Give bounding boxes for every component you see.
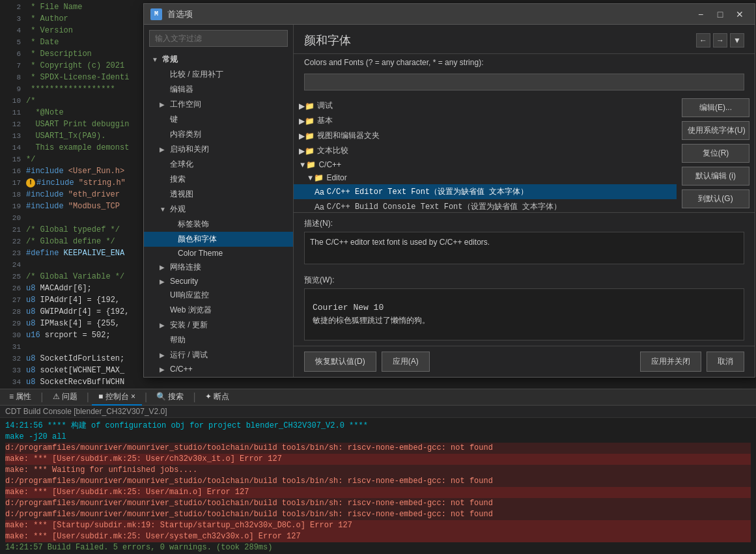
- toolbar-tab-3[interactable]: 🔍 搜索: [150, 389, 190, 406]
- code-line: 34u8 SocketRecvBuf[WCHN: [0, 376, 143, 384]
- maximize-button[interactable]: □: [712, 7, 729, 21]
- toolbar-tab-2[interactable]: ■ 控制台 ×: [92, 389, 142, 406]
- console-line: d:/programfiles/mounriver/mounriver_stud…: [5, 509, 751, 520]
- right-panel: 颜和字体 ← → ▼ Colors and Fonts (? = any cha…: [294, 25, 755, 377]
- line-number: 6: [3, 48, 21, 60]
- tree-item[interactable]: 帮助: [144, 333, 293, 348]
- toolbar-tab-0[interactable]: ≡ 属性: [3, 389, 38, 406]
- right-panel-title: 颜和字体: [304, 33, 351, 48]
- code-line: 6 * Description: [0, 48, 143, 60]
- tree-item-label: 外观: [170, 204, 186, 215]
- tree-item[interactable]: 全球化: [144, 157, 293, 172]
- tree-item-label: 全球化: [170, 159, 193, 170]
- bottom-toolbar: ≡ 属性|⚠ 问题|■ 控制台 ×|🔍 搜索|✦ 断点: [0, 389, 756, 406]
- font-tree-item[interactable]: ▶📁文本比较: [294, 143, 677, 158]
- code-line: 7 * Copyright (c) 2021: [0, 60, 143, 72]
- action-button-1[interactable]: 使用系统字体(U): [682, 121, 749, 140]
- tree-item[interactable]: 内容类别: [144, 127, 293, 142]
- nav-back-button[interactable]: ←: [696, 33, 710, 48]
- code-line: 5 * Date: [0, 36, 143, 48]
- action-button-3[interactable]: 默认编辑 (i): [682, 167, 749, 186]
- description-label: 描述(N):: [304, 218, 744, 229]
- line-number: 18: [3, 189, 21, 201]
- tree-item[interactable]: ▼常规: [144, 52, 293, 67]
- restore-defaults-button[interactable]: 恢复默认值(D): [304, 352, 376, 372]
- font-tree-area: ▶📁调试▶📁基本▶📁视图和编辑器文夹▶📁文本比较▼📁C/C++▼📁EditorA…: [294, 93, 677, 212]
- folder-icon: 📁: [306, 160, 316, 169]
- code-text: u8 GWIPAddr[4] = {192,: [26, 306, 129, 318]
- tree-item[interactable]: Web 浏览器: [144, 303, 293, 318]
- font-tree-item[interactable]: ▼📁Editor: [294, 171, 677, 184]
- console-content[interactable]: 14:21:56 **** 构建 of configuration obj fo…: [0, 418, 756, 554]
- close-button[interactable]: ✕: [731, 7, 748, 21]
- code-line: 27u8 IPAddr[4] = {192,: [0, 294, 143, 306]
- tree-item[interactable]: ▶Security: [144, 275, 293, 288]
- tree-item[interactable]: ▼MCU: [144, 376, 293, 377]
- code-line: 19#include "Modbus_TCP: [0, 201, 143, 212]
- tree-item[interactable]: 比较 / 应用补丁: [144, 67, 293, 82]
- tree-item[interactable]: 透视图: [144, 187, 293, 202]
- code-text: * Copyright (c) 2021: [26, 60, 124, 72]
- font-tree-item[interactable]: AаC/C++ Build Console Text Font（设置为缺省值 文…: [294, 199, 677, 212]
- font-tree-item[interactable]: AаC/C++ Editor Text Font（设置为缺省值 文本字体）: [294, 184, 677, 199]
- nav-menu-button[interactable]: ▼: [730, 33, 744, 48]
- tree-arrow: ▶: [160, 146, 167, 153]
- code-line: 29u8 IPMask[4] = {255,: [0, 318, 143, 329]
- tree-item[interactable]: ▶工作空间: [144, 97, 293, 112]
- tree-item[interactable]: 搜索: [144, 172, 293, 187]
- colors-subtitle: Colors and Fonts (? = any character, * =…: [294, 54, 755, 71]
- tree-item[interactable]: 颜色和字体: [144, 232, 293, 247]
- code-text: /*: [26, 95, 35, 107]
- minimize-button[interactable]: −: [692, 7, 709, 21]
- tree-item[interactable]: ▶运行 / 调试: [144, 348, 293, 363]
- tree-item[interactable]: 编辑器: [144, 82, 293, 97]
- tree-item[interactable]: ▼外观: [144, 202, 293, 217]
- code-line: 24: [0, 259, 143, 271]
- font-tree-arrow: ▶: [299, 132, 305, 141]
- tree-item[interactable]: ▶C/C++: [144, 363, 293, 376]
- tree-item-label: 键: [170, 114, 178, 125]
- tree-item[interactable]: 标签装饰: [144, 217, 293, 232]
- apply-close-button[interactable]: 应用并关闭: [640, 352, 701, 372]
- apply-button[interactable]: 应用(A): [382, 352, 430, 372]
- font-section-label: 文本比较: [317, 145, 348, 156]
- font-tree-item[interactable]: ▼📁C/C++: [294, 158, 677, 171]
- line-number: 34: [3, 376, 21, 384]
- toolbar-tab-1[interactable]: ⚠ 问题: [46, 389, 84, 406]
- tree-item[interactable]: ▶安装 / 更新: [144, 318, 293, 333]
- line-number: 12: [3, 118, 21, 130]
- code-line: 32u8 SocketIdForListen;: [0, 353, 143, 365]
- code-line: 2 * File Name: [0, 1, 143, 13]
- console-line: d:/programfiles/mounriver/mounriver_stud…: [5, 498, 751, 509]
- code-line: 15*/: [0, 154, 143, 165]
- code-line: 8 * SPDX-License-Identi: [0, 72, 143, 83]
- line-number: 21: [3, 224, 21, 236]
- tree-arrow: ▶: [160, 278, 167, 285]
- cancel-button[interactable]: 取消: [707, 352, 744, 372]
- font-tree-item[interactable]: ▶📁基本: [294, 113, 677, 128]
- font-filter-input[interactable]: [304, 74, 744, 90]
- tree-item-label: 编辑器: [170, 84, 193, 95]
- bottom-dialog-buttons: 恢复默认值(D) 应用(A) 应用并关闭 取消: [294, 346, 755, 377]
- font-tree-item[interactable]: ▶📁视图和编辑器文夹: [294, 128, 677, 143]
- action-button-4[interactable]: 到默认(G): [682, 189, 749, 208]
- tree-item[interactable]: ▶网络连接: [144, 260, 293, 275]
- tree-item[interactable]: Color Theme: [144, 247, 293, 260]
- action-button-0[interactable]: 编辑(E)...: [682, 98, 749, 117]
- code-line: 14 This example demonst: [0, 142, 143, 154]
- toolbar-tab-4[interactable]: ✦ 断点: [199, 389, 236, 406]
- line-number: 23: [3, 247, 21, 259]
- tree-item[interactable]: 键: [144, 112, 293, 127]
- code-text: USART Print debuggin: [26, 118, 129, 130]
- line-number: 3: [3, 13, 21, 25]
- tree-item-label: 透视图: [170, 189, 193, 200]
- code-text: * SPDX-License-Identi: [26, 72, 129, 83]
- tree-item-label: 帮助: [170, 335, 186, 346]
- action-button-2[interactable]: 复位(R): [682, 144, 749, 163]
- code-text: #include "string.h": [36, 177, 126, 189]
- tree-search-input[interactable]: [149, 30, 288, 47]
- tree-item[interactable]: UI响应监控: [144, 288, 293, 303]
- tree-item[interactable]: ▶启动和关闭: [144, 142, 293, 157]
- font-tree-item[interactable]: ▶📁调试: [294, 98, 677, 113]
- nav-forward-button[interactable]: →: [713, 33, 727, 48]
